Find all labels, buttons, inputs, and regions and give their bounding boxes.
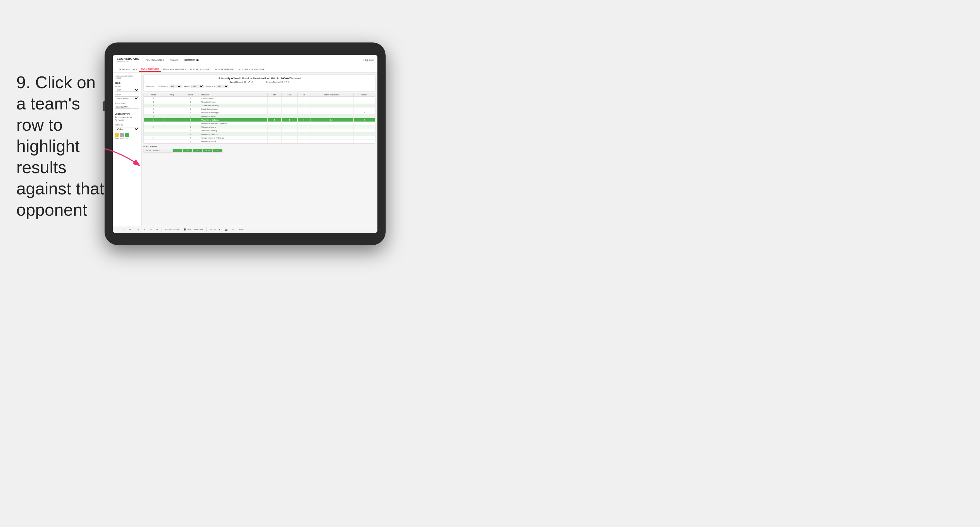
nav-teams[interactable]: TEAMS bbox=[169, 59, 179, 61]
cell-opponent: Florida State University bbox=[200, 107, 267, 111]
cell-win bbox=[267, 140, 282, 143]
cell-tie bbox=[298, 129, 310, 132]
table-row[interactable]: 14 - 1 Texas Tech University bbox=[144, 129, 375, 132]
table-row[interactable]: 16 - 4 Georgia Institute of Technology bbox=[144, 136, 375, 140]
toolbar-divider-1 bbox=[134, 227, 134, 232]
sub-nav-player-summary[interactable]: PLAYER SUMMARY bbox=[188, 68, 213, 72]
view-original-button[interactable]: 👁 View: Original bbox=[163, 228, 181, 231]
gender-select[interactable]: Men's bbox=[115, 88, 139, 92]
cell-win bbox=[267, 129, 282, 132]
back-button[interactable]: ↩ bbox=[128, 228, 132, 231]
cell-conf: 1 bbox=[181, 129, 200, 132]
table-row[interactable]: 11 - 5 University of Alabama 3 0 0 2.61 … bbox=[144, 118, 375, 121]
cell-opponent: University of Arizona bbox=[200, 115, 267, 118]
cell-opponent: Georgia Institute of Technology bbox=[200, 136, 267, 140]
nav-committee[interactable]: COMMITTEE bbox=[184, 59, 200, 61]
cell-tie: 0 bbox=[298, 118, 310, 121]
table-row[interactable]: 2 - 1 Auburn University bbox=[144, 96, 375, 100]
region-select[interactable]: (All) bbox=[191, 84, 204, 88]
cell-rank: 4 bbox=[144, 103, 163, 107]
table-row[interactable]: 4 - 1 Arizona State University bbox=[144, 103, 375, 107]
col-diff: Diff Av Strokes/Rnd bbox=[310, 93, 353, 97]
table-row[interactable]: 13 - 3 University of Virginia bbox=[144, 125, 375, 129]
opponents-played-radio[interactable] bbox=[115, 116, 117, 118]
nav-items: TOURNAMENTS TEAMS COMMITTEE bbox=[145, 59, 254, 61]
sub-nav-player-h2h-grid[interactable]: PLAYER H2H GRID bbox=[213, 68, 237, 72]
cell-conf: 6 bbox=[181, 121, 200, 125]
tablet-side-button bbox=[103, 101, 105, 111]
share-button[interactable]: Share bbox=[237, 228, 245, 231]
top100-radio[interactable] bbox=[115, 119, 117, 121]
nav-tournaments[interactable]: TOURNAMENTS bbox=[145, 59, 165, 61]
cell-rank: 2 bbox=[144, 96, 163, 100]
table-row[interactable]: 6 - 2 Florida State University bbox=[144, 107, 375, 111]
undo-button[interactable]: ↩ bbox=[115, 228, 119, 231]
grid-button[interactable]: ⊞ bbox=[136, 228, 140, 231]
refresh-button[interactable]: ⟳ bbox=[155, 228, 159, 231]
grid-header: University of North Carolina Head-to-Hea… bbox=[143, 75, 375, 91]
redo-button[interactable]: ↪ bbox=[122, 228, 126, 231]
team-section-title: Team bbox=[115, 82, 139, 84]
cell-diff bbox=[310, 121, 353, 125]
school-input[interactable] bbox=[115, 105, 139, 109]
camera-button[interactable]: 📷 bbox=[224, 228, 229, 231]
top-nav: SCOREBOARD Powered by clippi TOURNAMENTS… bbox=[113, 55, 377, 65]
cell-opponent: University of Arkansas, Fayetteville bbox=[200, 121, 267, 125]
table-row[interactable]: 9 - 3 University of Arizona bbox=[144, 115, 375, 118]
cell-win bbox=[267, 136, 282, 140]
cell-loss bbox=[282, 140, 298, 143]
cell-rank: 15 bbox=[144, 132, 163, 136]
cell-rank: 8 bbox=[144, 111, 163, 115]
cell-rounds bbox=[353, 125, 375, 129]
cell-diff bbox=[310, 125, 353, 129]
plus-button[interactable]: ⊕ bbox=[149, 228, 153, 231]
cell-tie bbox=[298, 100, 310, 103]
cell-diff bbox=[310, 100, 353, 103]
cell-rank: 13 bbox=[144, 125, 163, 129]
colour-up: Up bbox=[125, 133, 129, 139]
table-row[interactable]: 3 - 2 Vanderbilt University bbox=[144, 100, 375, 103]
top100-option[interactable]: Top 100 bbox=[115, 119, 139, 121]
conference-select[interactable]: (All) bbox=[169, 84, 182, 88]
watch-button[interactable]: 👁 Watch ▼ bbox=[209, 228, 222, 231]
out-of-division-row[interactable]: NCAA Division II 1 0 0 26.00 3 bbox=[143, 149, 375, 153]
cell-tie bbox=[298, 103, 310, 107]
cell-tie bbox=[298, 125, 310, 129]
grid-title: University of North Carolina Head-to-Hea… bbox=[146, 77, 372, 80]
cell-rounds: 5 bbox=[353, 111, 375, 115]
table-row[interactable]: 12 - 6 University of Arkansas, Fayettevi… bbox=[144, 121, 375, 125]
cell-diff bbox=[310, 136, 353, 140]
out-of-division-loss: 0 bbox=[183, 149, 192, 153]
sub-nav-team-summary[interactable]: TEAM SUMMARY bbox=[117, 68, 139, 72]
col-conf: # Conf bbox=[181, 93, 200, 97]
sign-out-button[interactable]: Sign out bbox=[365, 59, 374, 61]
table-row[interactable]: 8 - 2 University of Washington 5 bbox=[144, 111, 375, 115]
cell-rounds bbox=[353, 115, 375, 118]
cell-loss bbox=[282, 115, 298, 118]
cell-tie bbox=[298, 115, 310, 118]
table-row[interactable]: 15 - 2 University of Oklahoma bbox=[144, 132, 375, 136]
opponents-played-option[interactable]: Opponents Played bbox=[115, 116, 139, 118]
table-row[interactable]: 17 - 2 University of Florida bbox=[144, 140, 375, 143]
cell-rounds bbox=[353, 103, 375, 107]
opponent-select[interactable]: (All) bbox=[216, 84, 229, 88]
cell-win: 3 bbox=[267, 118, 282, 121]
sub-nav-player-h2h-heatmap[interactable]: PLAYER H2H HEATMAP bbox=[237, 68, 267, 72]
sub-nav-team-h2h-grid[interactable]: TEAM H2H GRID bbox=[139, 68, 161, 72]
division-select[interactable]: NCAA Division I bbox=[115, 96, 139, 100]
cell-conf: 2 bbox=[181, 100, 200, 103]
sub-nav-team-h2h-heatmap[interactable]: TEAM H2H HEATMAP bbox=[161, 68, 188, 72]
add-button[interactable]: ⊕ bbox=[231, 228, 235, 231]
colour-section: Colour by Win/loss Down Level bbox=[115, 124, 139, 139]
cut-button[interactable]: ✂ bbox=[143, 228, 147, 231]
school-label: School (Rank) bbox=[115, 102, 139, 104]
cell-reg: - bbox=[163, 118, 181, 121]
cell-conf: 4 bbox=[181, 136, 200, 140]
cell-conf: 2 bbox=[181, 107, 200, 111]
save-custom-view-button[interactable]: 💾 Save Custom View bbox=[183, 228, 205, 231]
opponent-label: Opponent bbox=[206, 85, 215, 87]
cell-rank: 16 bbox=[144, 136, 163, 140]
colour-by-select[interactable]: Win/loss bbox=[115, 127, 139, 131]
step-number: 9. bbox=[16, 73, 30, 92]
col-opponent: Opponent bbox=[200, 93, 267, 97]
